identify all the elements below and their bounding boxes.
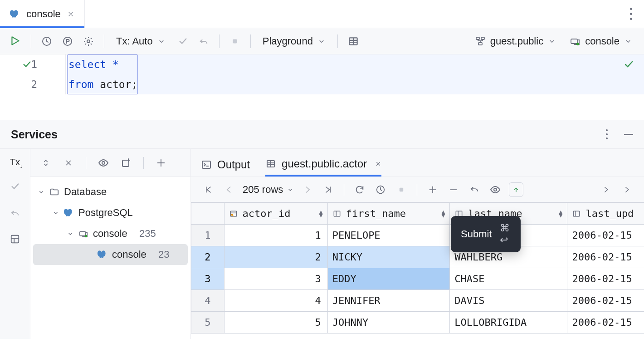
result-panel: Output guest.public.actor 205 rows	[191, 149, 644, 339]
tree-node-session[interactable]: console 235	[30, 223, 190, 244]
row-number[interactable]: 3	[191, 268, 224, 290]
tab-result-actor[interactable]: guest.public.actor	[265, 153, 381, 177]
sql-editor[interactable]: 1 2 select * from actor;	[0, 54, 644, 120]
editor-tab-console[interactable]: console	[0, 0, 85, 28]
history-button[interactable]	[39, 34, 54, 49]
close-icon[interactable]	[67, 10, 74, 18]
cell-actor-id[interactable]: 4	[224, 290, 327, 312]
layout-side-button[interactable]	[8, 232, 22, 246]
editor-gutter: 1 2	[0, 54, 66, 94]
table-row[interactable]: 22NICKYWAHLBERG2006-02-15	[191, 246, 644, 268]
row-number[interactable]: 2	[191, 246, 224, 268]
result-grid[interactable]: actor_id▲▼ first_name▲▼ last_name▲▼	[191, 202, 644, 334]
first-icon	[204, 185, 213, 194]
schema-dropdown[interactable]: guest.public	[471, 34, 560, 49]
explain-plan-button[interactable]	[60, 34, 75, 49]
cell-first-name[interactable]: EDDY	[327, 268, 450, 290]
minimize-panel-button[interactable]	[624, 134, 633, 135]
run-button[interactable]	[8, 34, 23, 49]
commit-side-button[interactable]	[8, 179, 22, 194]
cell-last-update[interactable]: 2006-02-15	[567, 225, 644, 246]
history-button-2[interactable]	[373, 182, 388, 197]
prev-page-button[interactable]	[222, 182, 236, 197]
more-menu-icon[interactable]	[618, 8, 644, 20]
cell-actor-id[interactable]: 3	[224, 268, 327, 290]
newtab-icon	[121, 157, 132, 168]
cell-actor-id[interactable]: 2	[224, 246, 327, 268]
cell-last-update[interactable]: 2006-02-15	[567, 312, 644, 334]
tx-mode-label: Tx: Auto	[116, 35, 153, 47]
remove-row-button[interactable]	[446, 182, 461, 197]
tree-node-postgresql[interactable]: PostgreSQL	[30, 202, 190, 223]
add-row-button[interactable]	[425, 182, 440, 197]
in-editor-results-button[interactable]	[346, 34, 361, 49]
first-page-button[interactable]	[201, 182, 215, 197]
tooltip-shortcut: ⌘ ↩	[500, 222, 511, 246]
tx-badge[interactable]: Tx↓	[10, 157, 20, 167]
run-statement-gutter-icon[interactable]	[22, 59, 32, 69]
tx-mode-dropdown[interactable]: Tx: Auto	[112, 34, 169, 49]
view-mode-button[interactable]	[96, 156, 111, 170]
preview-button[interactable]	[488, 182, 503, 197]
next-pane-button[interactable]	[599, 182, 613, 197]
playground-mode-dropdown[interactable]: Playground	[259, 34, 329, 49]
session-dropdown[interactable]: console	[566, 34, 636, 49]
cell-last-name[interactable]: LOLLOBRIGIDA	[450, 312, 567, 334]
tree-node-database[interactable]: Database	[30, 182, 190, 202]
table-row[interactable]: 55JOHNNYLOLLOBRIGIDA2006-02-15	[191, 312, 644, 334]
row-number[interactable]: 5	[191, 312, 224, 334]
panel-side-tools: Tx↓	[0, 149, 30, 339]
commit-button[interactable]	[176, 34, 190, 49]
rollback-button[interactable]	[196, 34, 211, 49]
cell-first-name[interactable]: JOHNNY	[327, 312, 450, 334]
rollback-side-button[interactable]	[8, 206, 22, 220]
next-pane-2-button[interactable]	[620, 182, 634, 197]
cell-last-name[interactable]: CHASE	[450, 268, 567, 290]
cell-actor-id[interactable]: 1	[224, 225, 327, 246]
cell-actor-id[interactable]: 5	[224, 312, 327, 334]
cell-last-update[interactable]: 2006-02-15	[567, 290, 644, 312]
cell-last-update[interactable]: 2006-02-15	[567, 246, 644, 268]
check-icon	[178, 36, 188, 46]
table-row[interactable]: 33EDDYCHASE2006-02-15	[191, 268, 644, 290]
expand-collapse-button[interactable]	[39, 156, 53, 170]
grid-corner[interactable]	[191, 203, 224, 225]
cell-last-name[interactable]: DAVIS	[450, 290, 567, 312]
row-number[interactable]: 1	[191, 225, 224, 246]
submit-button[interactable]	[509, 182, 523, 197]
column-header-actor-id[interactable]: actor_id▲▼	[224, 203, 327, 225]
session-icon	[570, 36, 581, 47]
table-row[interactable]: 11PENELOPEGUINESS2006-02-15	[191, 225, 644, 246]
stop-button[interactable]	[228, 34, 242, 49]
settings-button[interactable]	[81, 34, 96, 49]
cell-last-update[interactable]: 2006-02-15	[567, 268, 644, 290]
terminal-icon	[201, 159, 212, 170]
table-row[interactable]: 44JENNIFERDAVIS2006-02-15	[191, 290, 644, 312]
postgres-icon	[64, 208, 74, 218]
analysis-ok-icon[interactable]	[623, 59, 634, 70]
editor-toolbar: Tx: Auto Playground guest.public console	[0, 28, 644, 54]
row-count-dropdown[interactable]: 205 rows	[243, 184, 294, 196]
cell-first-name[interactable]: NICKY	[327, 246, 450, 268]
stop-button-2[interactable]	[394, 182, 409, 197]
revert-button[interactable]	[467, 182, 482, 197]
column-header-first-name[interactable]: first_name▲▼	[327, 203, 450, 225]
last-page-button[interactable]	[321, 182, 336, 197]
editor-code[interactable]: select * from actor;	[66, 54, 644, 94]
tab-output[interactable]: Output	[201, 153, 250, 177]
panel-options-icon[interactable]	[606, 129, 608, 139]
postgres-icon	[10, 9, 20, 19]
services-tree[interactable]: Database PostgreSQL console 235 console …	[30, 177, 190, 265]
cell-first-name[interactable]: PENELOPE	[327, 225, 450, 246]
new-tab-button[interactable]	[119, 156, 133, 170]
close-result-tab[interactable]	[375, 161, 381, 167]
next-page-button[interactable]	[300, 182, 315, 197]
tree-node-console-active[interactable]: console 23	[33, 244, 188, 265]
add-button[interactable]	[154, 156, 168, 170]
reload-button[interactable]	[352, 182, 367, 197]
row-number[interactable]: 4	[191, 290, 224, 312]
stop-icon	[230, 36, 240, 46]
close-session-button[interactable]	[61, 156, 76, 170]
column-header-last-update[interactable]: last_upd	[567, 203, 644, 225]
cell-first-name[interactable]: JENNIFER	[327, 290, 450, 312]
